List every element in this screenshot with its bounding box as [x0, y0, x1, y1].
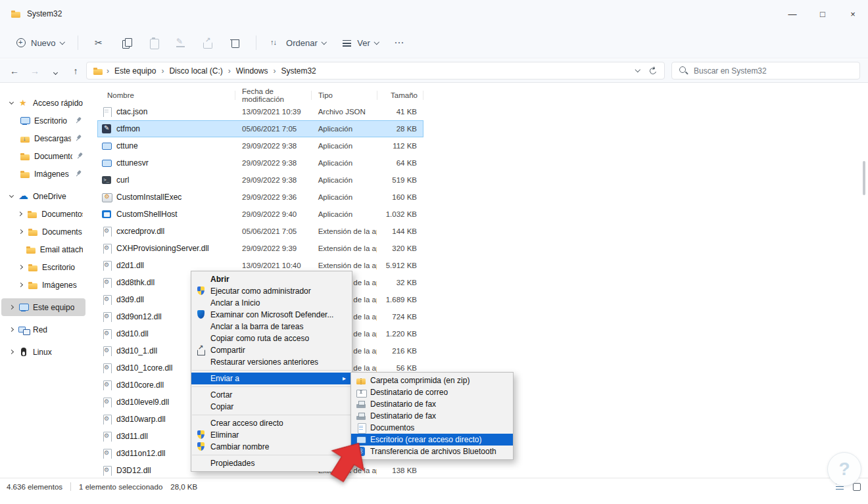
sidebar-item-documents[interactable]: Documents: [1, 223, 85, 241]
share-button[interactable]: [197, 32, 218, 54]
chevron-down-icon[interactable]: [8, 196, 14, 197]
file-row-cxcredprov-dll[interactable]: cxcredprov.dll05/06/2021 7:05Extensión d…: [97, 223, 423, 240]
file-size: 1.689 KB: [377, 296, 423, 304]
menu-item-destinatario-de-fax[interactable]: Destinatario de fax: [351, 398, 513, 410]
file-date: 29/09/2022 9:38: [235, 142, 312, 150]
sidebar-item-email-attachments[interactable]: Email attachments: [1, 241, 85, 258]
address-dropdown-icon[interactable]: [635, 67, 640, 72]
sidebar-item-documentos[interactable]: Documentos: [1, 205, 85, 223]
pin-icon: [75, 170, 83, 179]
chevron-right-icon[interactable]: [8, 350, 14, 354]
delete-button[interactable]: [224, 32, 245, 54]
menu-item-enviar-a[interactable]: Enviar a▸: [191, 373, 352, 384]
menu-item-crear-acceso-directo[interactable]: Crear acceso directo: [191, 417, 352, 429]
sidebar-item-label: Este equipo: [33, 303, 74, 312]
column-header-date[interactable]: Fecha de modificación: [235, 88, 312, 103]
sidebar-item-este-equipo[interactable]: Este equipo: [1, 298, 85, 316]
chevron-down-icon[interactable]: [8, 103, 14, 104]
scrollbar-thumb[interactable]: [863, 161, 865, 195]
menu-item-restaurar-versiones-anteriores[interactable]: Restaurar versiones anteriores: [191, 356, 352, 368]
chevron-right-icon[interactable]: [17, 212, 23, 216]
file-row-cttunesvr[interactable]: cttunesvr29/09/2022 9:38Aplicación64 KB: [97, 154, 423, 172]
sidebar-item-onedrive[interactable]: OneDrive: [1, 187, 85, 205]
new-button[interactable]: Nuevo: [9, 33, 70, 53]
sidebar-item-im-genes[interactable]: Imágenes: [1, 165, 85, 183]
menu-item-compartir[interactable]: Compartir: [191, 344, 352, 356]
menu-item-anclar-a-inicio[interactable]: Anclar a Inicio: [191, 297, 352, 309]
sort-button[interactable]: Ordenar: [264, 33, 331, 53]
file-name: d3d8thk.dll: [116, 278, 155, 287]
menu-item-label: Copiar como ruta de acceso: [210, 334, 309, 343]
copy-button[interactable]: [116, 32, 137, 54]
sidebar-item-im-genes[interactable]: Imágenes: [1, 276, 85, 294]
menu-item-documentos[interactable]: Documentos: [351, 422, 513, 434]
file-date: 29/09/2022 9:39: [235, 244, 312, 252]
more-icon: ⋯: [394, 39, 404, 46]
large-icons-view-icon[interactable]: [852, 483, 861, 491]
minimize-button[interactable]: —: [777, 0, 808, 28]
uac-shield-icon: [196, 442, 206, 452]
sidebar-item-documentos[interactable]: Documentos: [1, 147, 85, 165]
file-row-customshellhost[interactable]: CustomShellHost29/09/2022 9:40Aplicación…: [97, 206, 423, 223]
more-options-button[interactable]: ⋯: [388, 35, 410, 51]
breadcrumb-item-este-equipo[interactable]: Este equipo: [112, 65, 158, 77]
sidebar-item-linux[interactable]: Linux: [1, 343, 85, 361]
menu-item-examinar-con-microsoft-defender[interactable]: Examinar con Microsoft Defender...: [191, 309, 352, 321]
menu-item-anclar-a-la-barra-de-tareas[interactable]: Anclar a la barra de tareas: [191, 321, 352, 332]
breadcrumb-item-system32[interactable]: System32: [279, 65, 318, 77]
back-arrow-icon[interactable]: [9, 66, 20, 76]
address-bar[interactable]: ›Este equipo›Disco local (C:)›Windows›Sy…: [86, 62, 665, 80]
menu-item-destinatario-de-fax[interactable]: Destinatario de fax: [351, 410, 513, 422]
sidebar-item-descargas[interactable]: Descargas: [1, 129, 85, 147]
refresh-icon[interactable]: [648, 66, 657, 75]
search-box[interactable]: Buscar en System32: [671, 62, 860, 80]
file-row-curl[interactable]: curl29/09/2022 9:38Aplicación519 KB: [97, 172, 423, 189]
file-row-custominstallexec[interactable]: CustomInstallExec29/09/2022 9:36Aplicaci…: [97, 189, 423, 206]
file-row-cxhprovisioningserver-dll[interactable]: CXHProvisioningServer.dll29/09/2022 9:39…: [97, 240, 423, 257]
column-header-type[interactable]: Tipo: [312, 88, 377, 103]
chevron-right-icon[interactable]: [17, 230, 24, 233]
file-row-ctfmon[interactable]: ctfmon05/06/2021 7:05Aplicación28 KB: [97, 120, 423, 137]
menu-item-destinatario-de-correo[interactable]: Destinatario de correo: [351, 386, 513, 398]
sidebar-item-escritorio[interactable]: Escritorio: [1, 258, 85, 276]
menu-item-copiar[interactable]: Copiar: [191, 401, 352, 413]
maximize-button[interactable]: □: [808, 0, 838, 28]
chevron-right-icon[interactable]: [8, 306, 14, 309]
rename-button[interactable]: [170, 32, 191, 54]
column-header-name[interactable]: Nombre: [97, 88, 235, 103]
file-type: Archivo JSON: [312, 108, 377, 116]
menu-item-cortar[interactable]: Cortar: [191, 389, 352, 401]
menu-item-carpeta-comprimida-en-zip[interactable]: Carpeta comprimida (en zip): [351, 375, 513, 386]
file-row-cttune[interactable]: cttune29/09/2022 9:38Aplicación112 KB: [97, 137, 423, 154]
menu-item-abrir[interactable]: Abrir: [191, 273, 352, 285]
chevron-right-icon[interactable]: [17, 283, 24, 286]
chevron-right-icon[interactable]: [8, 328, 14, 331]
close-button[interactable]: ×: [838, 0, 868, 28]
file-date: 29/09/2022 9:40: [235, 210, 312, 218]
menu-item-eliminar[interactable]: Eliminar: [191, 429, 352, 441]
file-date: 29/09/2022 9:38: [235, 159, 312, 167]
app-pen-icon: [101, 124, 112, 134]
menu-item-cambiar-nombre[interactable]: Cambiar nombre: [191, 441, 352, 453]
sidebar-item-red[interactable]: Red: [1, 321, 85, 338]
chevron-right-icon[interactable]: [17, 265, 24, 269]
up-arrow-icon[interactable]: [70, 66, 81, 76]
column-header-size[interactable]: Tamaño: [377, 88, 423, 103]
menu-item-label: Cortar: [210, 390, 232, 400]
paste-button[interactable]: [143, 32, 164, 54]
file-row-ctac-json[interactable]: ctac.json13/09/2021 10:39Archivo JSON41 …: [97, 103, 423, 120]
file-name: ctac.json: [116, 107, 147, 116]
recent-locations-chevron-icon[interactable]: [50, 66, 60, 76]
sidebar-item-escritorio[interactable]: Escritorio: [1, 112, 85, 129]
menu-item-label: Compartir: [210, 346, 245, 355]
view-button[interactable]: Ver: [335, 33, 384, 53]
menu-item-copiar-como-ruta-de-acceso[interactable]: Copiar como ruta de acceso: [191, 332, 352, 344]
menu-item-escritorio-crear-acceso-directo[interactable]: Escritorio (crear acceso directo): [351, 434, 513, 446]
forward-arrow-icon[interactable]: [30, 66, 40, 76]
sidebar-item-acceso-r-pido[interactable]: Acceso rápido: [1, 94, 85, 112]
cut-button[interactable]: [89, 32, 110, 54]
breadcrumb-item-windows[interactable]: Windows: [234, 65, 270, 77]
breadcrumb-item-disco-local-c[interactable]: Disco local (C:): [167, 65, 224, 77]
dll-icon: [101, 448, 112, 459]
menu-item-ejecutar-como-administrador[interactable]: Ejecutar como administrador: [191, 285, 352, 297]
